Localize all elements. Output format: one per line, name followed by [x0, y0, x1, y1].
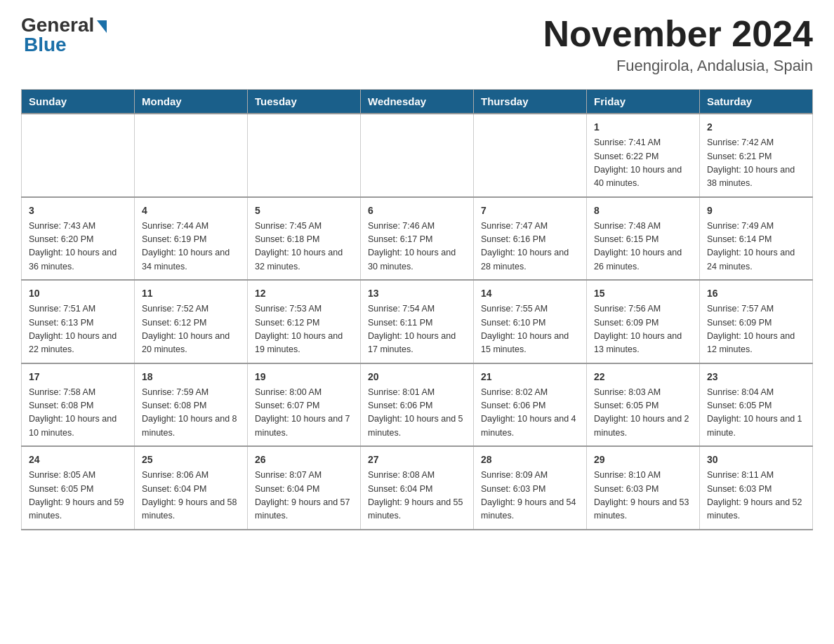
- logo-blue-text: Blue: [24, 34, 67, 56]
- calendar-week-row: 10Sunrise: 7:51 AM Sunset: 6:13 PM Dayli…: [22, 280, 813, 363]
- day-info: Sunrise: 7:59 AM Sunset: 6:08 PM Dayligh…: [142, 386, 240, 441]
- day-info: Sunrise: 7:55 AM Sunset: 6:10 PM Dayligh…: [481, 302, 579, 357]
- calendar-day-cell: 25Sunrise: 8:06 AM Sunset: 6:04 PM Dayli…: [135, 446, 248, 530]
- day-number: 21: [481, 370, 579, 384]
- day-info: Sunrise: 7:58 AM Sunset: 6:08 PM Dayligh…: [29, 386, 127, 441]
- calendar-day-cell: 4Sunrise: 7:44 AM Sunset: 6:19 PM Daylig…: [135, 197, 248, 281]
- day-number: 10: [29, 286, 127, 301]
- calendar-day-cell: 27Sunrise: 8:08 AM Sunset: 6:04 PM Dayli…: [361, 446, 474, 530]
- day-number: 8: [594, 203, 692, 218]
- calendar-day-header: Thursday: [474, 90, 587, 114]
- day-info: Sunrise: 8:04 AM Sunset: 6:05 PM Dayligh…: [707, 386, 805, 441]
- day-number: 12: [255, 286, 353, 301]
- calendar-day-cell: 30Sunrise: 8:11 AM Sunset: 6:03 PM Dayli…: [700, 446, 813, 530]
- calendar-day-cell: 11Sunrise: 7:52 AM Sunset: 6:12 PM Dayli…: [135, 280, 248, 363]
- calendar-day-cell: 15Sunrise: 7:56 AM Sunset: 6:09 PM Dayli…: [587, 280, 700, 363]
- day-number: 28: [481, 452, 579, 467]
- calendar-week-row: 1Sunrise: 7:41 AM Sunset: 6:22 PM Daylig…: [22, 114, 813, 197]
- day-number: 3: [29, 203, 127, 218]
- calendar-day-cell: [248, 114, 361, 197]
- day-info: Sunrise: 8:00 AM Sunset: 6:07 PM Dayligh…: [255, 386, 353, 441]
- calendar-day-header: Monday: [135, 90, 248, 114]
- day-number: 17: [29, 370, 127, 384]
- calendar-day-header: Tuesday: [248, 90, 361, 114]
- day-info: Sunrise: 8:03 AM Sunset: 6:05 PM Dayligh…: [594, 386, 692, 441]
- day-number: 9: [707, 203, 805, 218]
- page-title: November 2024: [543, 14, 813, 54]
- calendar-day-cell: [474, 114, 587, 197]
- calendar-day-cell: 16Sunrise: 7:57 AM Sunset: 6:09 PM Dayli…: [700, 280, 813, 363]
- calendar-day-cell: 28Sunrise: 8:09 AM Sunset: 6:03 PM Dayli…: [474, 446, 587, 530]
- day-number: 6: [368, 203, 466, 218]
- calendar-header-row: SundayMondayTuesdayWednesdayThursdayFrid…: [22, 90, 813, 114]
- day-number: 4: [142, 203, 240, 218]
- day-info: Sunrise: 7:47 AM Sunset: 6:16 PM Dayligh…: [481, 220, 579, 274]
- day-number: 16: [707, 286, 805, 301]
- calendar-day-cell: [22, 114, 135, 197]
- day-info: Sunrise: 8:09 AM Sunset: 6:03 PM Dayligh…: [481, 469, 579, 523]
- calendar-day-cell: 17Sunrise: 7:58 AM Sunset: 6:08 PM Dayli…: [22, 363, 135, 447]
- calendar-day-cell: 6Sunrise: 7:46 AM Sunset: 6:17 PM Daylig…: [361, 197, 474, 281]
- calendar-day-cell: 1Sunrise: 7:41 AM Sunset: 6:22 PM Daylig…: [587, 114, 700, 197]
- logo-arrow-icon: [97, 20, 107, 33]
- calendar-week-row: 17Sunrise: 7:58 AM Sunset: 6:08 PM Dayli…: [22, 363, 813, 447]
- day-number: 5: [255, 203, 353, 218]
- calendar-day-header: Sunday: [22, 90, 135, 114]
- day-number: 26: [255, 452, 353, 467]
- day-number: 14: [481, 286, 579, 301]
- day-number: 15: [594, 286, 692, 301]
- day-info: Sunrise: 8:05 AM Sunset: 6:05 PM Dayligh…: [29, 469, 127, 523]
- day-info: Sunrise: 8:11 AM Sunset: 6:03 PM Dayligh…: [707, 469, 805, 523]
- day-info: Sunrise: 7:43 AM Sunset: 6:20 PM Dayligh…: [29, 220, 127, 274]
- calendar-week-row: 3Sunrise: 7:43 AM Sunset: 6:20 PM Daylig…: [22, 197, 813, 281]
- day-info: Sunrise: 7:46 AM Sunset: 6:17 PM Dayligh…: [368, 220, 466, 274]
- calendar-week-row: 24Sunrise: 8:05 AM Sunset: 6:05 PM Dayli…: [22, 446, 813, 530]
- page-subtitle: Fuengirola, Andalusia, Spain: [543, 57, 813, 75]
- calendar-day-cell: 19Sunrise: 8:00 AM Sunset: 6:07 PM Dayli…: [248, 363, 361, 447]
- calendar-day-header: Saturday: [700, 90, 813, 114]
- day-number: 27: [368, 452, 466, 467]
- day-info: Sunrise: 7:49 AM Sunset: 6:14 PM Dayligh…: [707, 220, 805, 274]
- day-number: 25: [142, 452, 240, 467]
- day-number: 20: [368, 370, 466, 384]
- day-number: 19: [255, 370, 353, 384]
- day-info: Sunrise: 7:48 AM Sunset: 6:15 PM Dayligh…: [594, 220, 692, 274]
- day-number: 18: [142, 370, 240, 384]
- day-info: Sunrise: 7:45 AM Sunset: 6:18 PM Dayligh…: [255, 220, 353, 274]
- day-number: 2: [707, 120, 805, 135]
- logo: General Blue: [21, 14, 107, 56]
- day-info: Sunrise: 7:51 AM Sunset: 6:13 PM Dayligh…: [29, 302, 127, 357]
- day-number: 7: [481, 203, 579, 218]
- day-number: 30: [707, 452, 805, 467]
- day-number: 24: [29, 452, 127, 467]
- calendar-day-cell: 2Sunrise: 7:42 AM Sunset: 6:21 PM Daylig…: [700, 114, 813, 197]
- calendar-day-cell: 12Sunrise: 7:53 AM Sunset: 6:12 PM Dayli…: [248, 280, 361, 363]
- day-info: Sunrise: 8:10 AM Sunset: 6:03 PM Dayligh…: [594, 469, 692, 523]
- page-header: General Blue November 2024 Fuengirola, A…: [21, 14, 813, 75]
- calendar-day-cell: 29Sunrise: 8:10 AM Sunset: 6:03 PM Dayli…: [587, 446, 700, 530]
- day-info: Sunrise: 7:52 AM Sunset: 6:12 PM Dayligh…: [142, 302, 240, 357]
- calendar-day-cell: [361, 114, 474, 197]
- calendar-day-cell: 5Sunrise: 7:45 AM Sunset: 6:18 PM Daylig…: [248, 197, 361, 281]
- day-info: Sunrise: 7:56 AM Sunset: 6:09 PM Dayligh…: [594, 302, 692, 357]
- day-info: Sunrise: 7:53 AM Sunset: 6:12 PM Dayligh…: [255, 302, 353, 357]
- day-number: 29: [594, 452, 692, 467]
- calendar-day-cell: 3Sunrise: 7:43 AM Sunset: 6:20 PM Daylig…: [22, 197, 135, 281]
- day-number: 11: [142, 286, 240, 301]
- day-info: Sunrise: 7:44 AM Sunset: 6:19 PM Dayligh…: [142, 220, 240, 274]
- calendar-day-cell: 14Sunrise: 7:55 AM Sunset: 6:10 PM Dayli…: [474, 280, 587, 363]
- day-info: Sunrise: 7:42 AM Sunset: 6:21 PM Dayligh…: [707, 136, 805, 191]
- calendar-day-cell: 10Sunrise: 7:51 AM Sunset: 6:13 PM Dayli…: [22, 280, 135, 363]
- day-info: Sunrise: 7:57 AM Sunset: 6:09 PM Dayligh…: [707, 302, 805, 357]
- calendar-day-header: Wednesday: [361, 90, 474, 114]
- calendar-day-cell: 13Sunrise: 7:54 AM Sunset: 6:11 PM Dayli…: [361, 280, 474, 363]
- day-info: Sunrise: 8:07 AM Sunset: 6:04 PM Dayligh…: [255, 469, 353, 523]
- day-info: Sunrise: 7:54 AM Sunset: 6:11 PM Dayligh…: [368, 302, 466, 357]
- day-info: Sunrise: 7:41 AM Sunset: 6:22 PM Dayligh…: [594, 136, 692, 191]
- calendar-day-cell: 8Sunrise: 7:48 AM Sunset: 6:15 PM Daylig…: [587, 197, 700, 281]
- day-info: Sunrise: 8:01 AM Sunset: 6:06 PM Dayligh…: [368, 386, 466, 441]
- day-number: 22: [594, 370, 692, 384]
- day-number: 1: [594, 120, 692, 135]
- day-number: 13: [368, 286, 466, 301]
- calendar-day-cell: [135, 114, 248, 197]
